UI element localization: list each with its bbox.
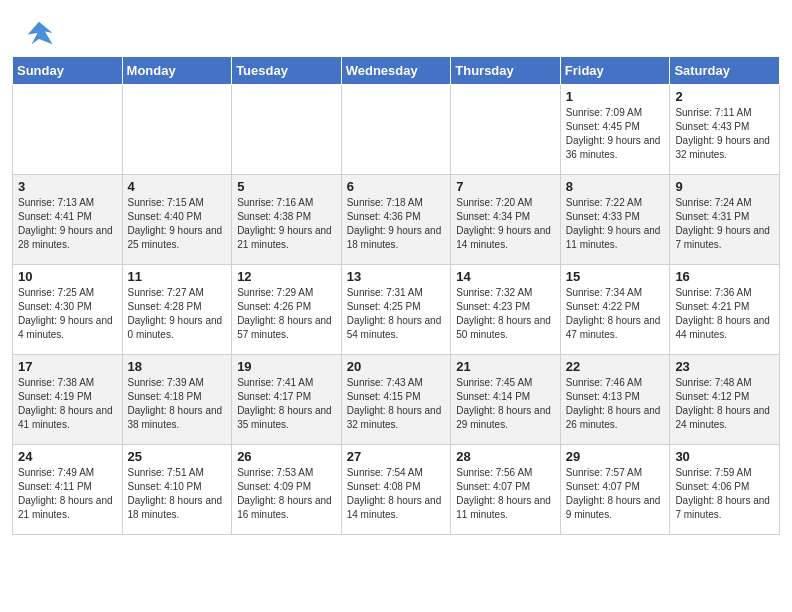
calendar-cell: 8Sunrise: 7:22 AM Sunset: 4:33 PM Daylig… bbox=[560, 175, 670, 265]
calendar-cell: 3Sunrise: 7:13 AM Sunset: 4:41 PM Daylig… bbox=[13, 175, 123, 265]
day-info: Sunrise: 7:54 AM Sunset: 4:08 PM Dayligh… bbox=[347, 466, 446, 522]
calendar-cell: 20Sunrise: 7:43 AM Sunset: 4:15 PM Dayli… bbox=[341, 355, 451, 445]
calendar-cell bbox=[13, 85, 123, 175]
day-info: Sunrise: 7:41 AM Sunset: 4:17 PM Dayligh… bbox=[237, 376, 336, 432]
day-number: 26 bbox=[237, 449, 336, 464]
weekday-header-friday: Friday bbox=[560, 57, 670, 85]
day-number: 22 bbox=[566, 359, 665, 374]
day-info: Sunrise: 7:49 AM Sunset: 4:11 PM Dayligh… bbox=[18, 466, 117, 522]
day-number: 13 bbox=[347, 269, 446, 284]
calendar-cell: 1Sunrise: 7:09 AM Sunset: 4:45 PM Daylig… bbox=[560, 85, 670, 175]
calendar-week-5: 24Sunrise: 7:49 AM Sunset: 4:11 PM Dayli… bbox=[13, 445, 780, 535]
day-number: 20 bbox=[347, 359, 446, 374]
day-info: Sunrise: 7:24 AM Sunset: 4:31 PM Dayligh… bbox=[675, 196, 774, 252]
day-number: 16 bbox=[675, 269, 774, 284]
svg-marker-0 bbox=[28, 22, 53, 45]
calendar-cell: 4Sunrise: 7:15 AM Sunset: 4:40 PM Daylig… bbox=[122, 175, 232, 265]
day-info: Sunrise: 7:43 AM Sunset: 4:15 PM Dayligh… bbox=[347, 376, 446, 432]
day-info: Sunrise: 7:20 AM Sunset: 4:34 PM Dayligh… bbox=[456, 196, 555, 252]
day-number: 2 bbox=[675, 89, 774, 104]
day-info: Sunrise: 7:34 AM Sunset: 4:22 PM Dayligh… bbox=[566, 286, 665, 342]
calendar-cell: 11Sunrise: 7:27 AM Sunset: 4:28 PM Dayli… bbox=[122, 265, 232, 355]
day-info: Sunrise: 7:32 AM Sunset: 4:23 PM Dayligh… bbox=[456, 286, 555, 342]
day-info: Sunrise: 7:46 AM Sunset: 4:13 PM Dayligh… bbox=[566, 376, 665, 432]
day-number: 28 bbox=[456, 449, 555, 464]
calendar-cell: 21Sunrise: 7:45 AM Sunset: 4:14 PM Dayli… bbox=[451, 355, 561, 445]
day-number: 10 bbox=[18, 269, 117, 284]
day-info: Sunrise: 7:29 AM Sunset: 4:26 PM Dayligh… bbox=[237, 286, 336, 342]
day-info: Sunrise: 7:45 AM Sunset: 4:14 PM Dayligh… bbox=[456, 376, 555, 432]
calendar-cell: 25Sunrise: 7:51 AM Sunset: 4:10 PM Dayli… bbox=[122, 445, 232, 535]
day-number: 4 bbox=[128, 179, 227, 194]
day-number: 30 bbox=[675, 449, 774, 464]
calendar-week-4: 17Sunrise: 7:38 AM Sunset: 4:19 PM Dayli… bbox=[13, 355, 780, 445]
calendar-week-3: 10Sunrise: 7:25 AM Sunset: 4:30 PM Dayli… bbox=[13, 265, 780, 355]
calendar-cell: 2Sunrise: 7:11 AM Sunset: 4:43 PM Daylig… bbox=[670, 85, 780, 175]
day-number: 23 bbox=[675, 359, 774, 374]
day-info: Sunrise: 7:56 AM Sunset: 4:07 PM Dayligh… bbox=[456, 466, 555, 522]
header bbox=[0, 0, 792, 56]
day-number: 3 bbox=[18, 179, 117, 194]
day-number: 24 bbox=[18, 449, 117, 464]
calendar-cell: 14Sunrise: 7:32 AM Sunset: 4:23 PM Dayli… bbox=[451, 265, 561, 355]
day-info: Sunrise: 7:09 AM Sunset: 4:45 PM Dayligh… bbox=[566, 106, 665, 162]
day-info: Sunrise: 7:15 AM Sunset: 4:40 PM Dayligh… bbox=[128, 196, 227, 252]
calendar-cell: 23Sunrise: 7:48 AM Sunset: 4:12 PM Dayli… bbox=[670, 355, 780, 445]
calendar-cell bbox=[341, 85, 451, 175]
day-number: 18 bbox=[128, 359, 227, 374]
calendar-cell: 15Sunrise: 7:34 AM Sunset: 4:22 PM Dayli… bbox=[560, 265, 670, 355]
day-info: Sunrise: 7:53 AM Sunset: 4:09 PM Dayligh… bbox=[237, 466, 336, 522]
day-info: Sunrise: 7:22 AM Sunset: 4:33 PM Dayligh… bbox=[566, 196, 665, 252]
day-info: Sunrise: 7:27 AM Sunset: 4:28 PM Dayligh… bbox=[128, 286, 227, 342]
day-number: 27 bbox=[347, 449, 446, 464]
weekday-header-wednesday: Wednesday bbox=[341, 57, 451, 85]
calendar-cell bbox=[451, 85, 561, 175]
day-info: Sunrise: 7:25 AM Sunset: 4:30 PM Dayligh… bbox=[18, 286, 117, 342]
calendar-cell: 28Sunrise: 7:56 AM Sunset: 4:07 PM Dayli… bbox=[451, 445, 561, 535]
day-info: Sunrise: 7:48 AM Sunset: 4:12 PM Dayligh… bbox=[675, 376, 774, 432]
logo-icon bbox=[24, 18, 54, 48]
calendar-week-2: 3Sunrise: 7:13 AM Sunset: 4:41 PM Daylig… bbox=[13, 175, 780, 265]
day-info: Sunrise: 7:31 AM Sunset: 4:25 PM Dayligh… bbox=[347, 286, 446, 342]
calendar-week-1: 1Sunrise: 7:09 AM Sunset: 4:45 PM Daylig… bbox=[13, 85, 780, 175]
day-info: Sunrise: 7:18 AM Sunset: 4:36 PM Dayligh… bbox=[347, 196, 446, 252]
day-number: 14 bbox=[456, 269, 555, 284]
day-number: 7 bbox=[456, 179, 555, 194]
calendar-cell: 5Sunrise: 7:16 AM Sunset: 4:38 PM Daylig… bbox=[232, 175, 342, 265]
calendar-cell: 27Sunrise: 7:54 AM Sunset: 4:08 PM Dayli… bbox=[341, 445, 451, 535]
day-info: Sunrise: 7:36 AM Sunset: 4:21 PM Dayligh… bbox=[675, 286, 774, 342]
calendar-cell: 29Sunrise: 7:57 AM Sunset: 4:07 PM Dayli… bbox=[560, 445, 670, 535]
day-number: 29 bbox=[566, 449, 665, 464]
calendar-cell: 24Sunrise: 7:49 AM Sunset: 4:11 PM Dayli… bbox=[13, 445, 123, 535]
calendar-cell: 6Sunrise: 7:18 AM Sunset: 4:36 PM Daylig… bbox=[341, 175, 451, 265]
day-number: 11 bbox=[128, 269, 227, 284]
day-info: Sunrise: 7:16 AM Sunset: 4:38 PM Dayligh… bbox=[237, 196, 336, 252]
calendar-cell: 16Sunrise: 7:36 AM Sunset: 4:21 PM Dayli… bbox=[670, 265, 780, 355]
calendar-cell: 19Sunrise: 7:41 AM Sunset: 4:17 PM Dayli… bbox=[232, 355, 342, 445]
weekday-header-tuesday: Tuesday bbox=[232, 57, 342, 85]
calendar-cell bbox=[122, 85, 232, 175]
day-number: 9 bbox=[675, 179, 774, 194]
calendar-cell: 30Sunrise: 7:59 AM Sunset: 4:06 PM Dayli… bbox=[670, 445, 780, 535]
calendar-table: SundayMondayTuesdayWednesdayThursdayFrid… bbox=[12, 56, 780, 535]
day-number: 15 bbox=[566, 269, 665, 284]
calendar-body: 1Sunrise: 7:09 AM Sunset: 4:45 PM Daylig… bbox=[13, 85, 780, 535]
calendar-cell: 10Sunrise: 7:25 AM Sunset: 4:30 PM Dayli… bbox=[13, 265, 123, 355]
calendar-cell: 22Sunrise: 7:46 AM Sunset: 4:13 PM Dayli… bbox=[560, 355, 670, 445]
weekday-header-monday: Monday bbox=[122, 57, 232, 85]
day-info: Sunrise: 7:57 AM Sunset: 4:07 PM Dayligh… bbox=[566, 466, 665, 522]
day-info: Sunrise: 7:39 AM Sunset: 4:18 PM Dayligh… bbox=[128, 376, 227, 432]
day-info: Sunrise: 7:38 AM Sunset: 4:19 PM Dayligh… bbox=[18, 376, 117, 432]
weekday-header-row: SundayMondayTuesdayWednesdayThursdayFrid… bbox=[13, 57, 780, 85]
day-info: Sunrise: 7:11 AM Sunset: 4:43 PM Dayligh… bbox=[675, 106, 774, 162]
day-number: 19 bbox=[237, 359, 336, 374]
calendar-header: SundayMondayTuesdayWednesdayThursdayFrid… bbox=[13, 57, 780, 85]
weekday-header-thursday: Thursday bbox=[451, 57, 561, 85]
weekday-header-sunday: Sunday bbox=[13, 57, 123, 85]
day-number: 1 bbox=[566, 89, 665, 104]
calendar-cell: 26Sunrise: 7:53 AM Sunset: 4:09 PM Dayli… bbox=[232, 445, 342, 535]
day-number: 8 bbox=[566, 179, 665, 194]
day-info: Sunrise: 7:59 AM Sunset: 4:06 PM Dayligh… bbox=[675, 466, 774, 522]
day-number: 6 bbox=[347, 179, 446, 194]
day-number: 12 bbox=[237, 269, 336, 284]
